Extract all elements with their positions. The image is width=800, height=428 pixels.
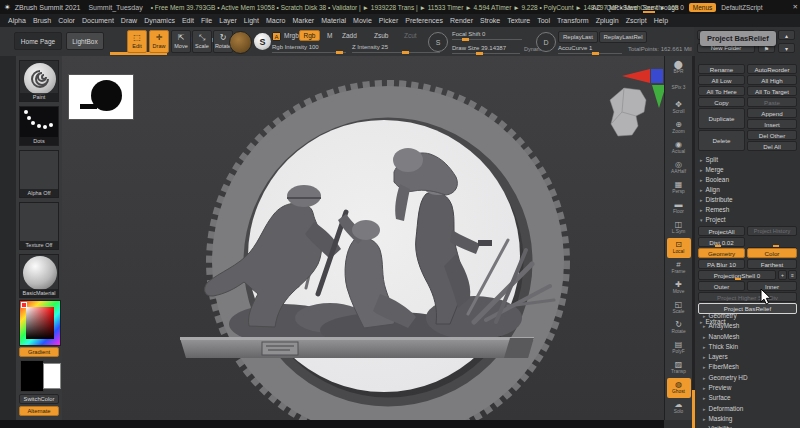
alternate-button[interactable]: Alternate <box>19 406 59 416</box>
switch-color-button[interactable]: SwitchColor <box>19 394 59 404</box>
m-toggle[interactable]: M <box>327 32 332 39</box>
focal-shift-slider[interactable]: Focal Shift 0 <box>452 31 522 37</box>
menu-item[interactable]: Document <box>82 17 114 24</box>
lsym-button[interactable]: ◫ L.Sym <box>667 218 691 238</box>
lightbox-button[interactable]: LightBox <box>66 32 104 50</box>
dist-slider[interactable]: Dist 0.02 <box>698 237 745 247</box>
a-toggle[interactable]: A <box>272 32 281 41</box>
palette-header[interactable]: Masking <box>703 414 748 424</box>
menu-item[interactable]: Help <box>654 17 668 24</box>
section-header[interactable]: Align <box>700 185 733 195</box>
all-low-button[interactable]: All Low <box>698 75 745 85</box>
document-canvas[interactable] <box>62 56 665 420</box>
shell-plus-icon[interactable]: + <box>778 270 787 280</box>
menu-item[interactable]: Zscript <box>626 17 647 24</box>
move3d-button[interactable]: ✚ Move <box>667 278 691 298</box>
current-stroke-thumbnail[interactable]: Dots <box>19 106 59 146</box>
sculptris-icon[interactable]: S <box>254 33 271 50</box>
pa-blur-slider[interactable]: PA Blur 10 <box>698 259 745 269</box>
see-through-slider[interactable]: See-through 0 <box>643 4 684 11</box>
palette-header[interactable]: NanoMesh <box>703 332 748 342</box>
geometry-toggle[interactable]: Geometry <box>698 248 745 258</box>
bpr-button[interactable]: ⬤ BPR <box>667 58 691 78</box>
main-color-swatch[interactable] <box>20 360 44 392</box>
menu-item[interactable]: Movie <box>353 17 372 24</box>
menu-item[interactable]: Light <box>244 17 259 24</box>
menu-item[interactable]: Brush <box>33 17 51 24</box>
solo-button[interactable]: ☁ Solo <box>667 398 691 418</box>
draw-size-slider[interactable]: Draw Size 39.14387 <box>452 45 520 51</box>
z-intensity-slider[interactable]: Z Intensity 25 <box>352 44 440 50</box>
menu-item[interactable]: Material <box>321 17 346 24</box>
move-mode-button[interactable]: ⇱ Move <box>171 30 191 53</box>
draw-mode-button[interactable]: ✛ Draw <box>149 30 169 53</box>
menus-button[interactable]: Menus <box>689 3 717 12</box>
palette-header[interactable]: Geometry <box>703 311 748 321</box>
quicksave-button[interactable]: QuickSave <box>606 4 637 11</box>
color-toggle[interactable]: Color <box>747 248 797 258</box>
home-page-button[interactable]: Home Page <box>14 32 62 50</box>
menu-item[interactable]: Texture <box>507 17 530 24</box>
zadd-toggle[interactable]: Zadd <box>342 32 357 39</box>
move-down-icon[interactable]: ▾ <box>778 43 795 53</box>
palette-header[interactable]: Geometry HD <box>703 373 748 383</box>
duplicate-button[interactable]: Duplicate <box>698 108 745 129</box>
close-icon[interactable]: ✕ <box>793 3 798 11</box>
farthest-toggle[interactable]: Farthest <box>747 259 797 269</box>
menu-item[interactable]: Edit <box>182 17 194 24</box>
palette-header[interactable]: Thick Skin <box>703 342 748 352</box>
menu-item[interactable]: Alpha <box>8 17 26 24</box>
local-button[interactable]: ⊡ Local <box>667 238 691 258</box>
outer-toggle[interactable]: Outer <box>698 281 745 291</box>
insert-button[interactable]: Insert <box>747 119 797 129</box>
current-brush-icon[interactable] <box>229 31 252 54</box>
menu-item[interactable]: Draw <box>121 17 137 24</box>
del-other-button[interactable]: Del Other <box>747 130 797 140</box>
menu-item[interactable]: Tool <box>537 17 550 24</box>
replay-last-rel-button[interactable]: ReplayLastRel <box>599 31 647 43</box>
frame-button[interactable]: # Frame <box>667 258 691 278</box>
actual-button[interactable]: ◉ Actual <box>667 138 691 158</box>
gradient-button[interactable]: Gradient <box>19 347 59 357</box>
aahalf-button[interactable]: ◎ AAHalf <box>667 158 691 178</box>
palette-header[interactable]: Layers <box>703 352 748 362</box>
edit-mode-button[interactable]: ⬚ Edit <box>127 30 147 53</box>
section-header[interactable]: Merge <box>700 165 733 175</box>
move-up-icon[interactable]: ▴ <box>778 30 795 40</box>
section-header[interactable]: Boolean <box>700 175 733 185</box>
rename-button[interactable]: Rename <box>698 64 745 74</box>
project-section-header[interactable]: Project <box>700 216 725 223</box>
current-material-thumbnail[interactable]: BasicMaterial <box>19 254 59 298</box>
inner-toggle[interactable]: Inner <box>747 281 797 291</box>
menu-item[interactable]: Stroke <box>480 17 500 24</box>
shell-list-icon[interactable]: ≡ <box>788 270 797 280</box>
menu-item[interactable]: Macro <box>266 17 285 24</box>
menu-item[interactable]: Layer <box>219 17 237 24</box>
append-button[interactable]: Append <box>747 108 797 118</box>
current-brush-thumbnail[interactable]: Paint <box>19 60 59 102</box>
menu-item[interactable]: File <box>201 17 212 24</box>
palette-header[interactable]: FiberMesh <box>703 362 748 372</box>
menu-item[interactable]: Render <box>450 17 473 24</box>
rotate3d-button[interactable]: ↻ Rotate <box>667 318 691 338</box>
persp-button[interactable]: ▦ Persp <box>667 178 691 198</box>
accucurve-slider[interactable]: AccuCurve 1 <box>558 45 622 51</box>
floor-button[interactable]: ▬ Floor <box>667 198 691 218</box>
delete-button[interactable]: Delete <box>698 130 745 151</box>
section-header[interactable]: Distribute <box>700 195 733 205</box>
polyf-button[interactable]: ▤ PolyF <box>667 338 691 358</box>
color-picker[interactable] <box>19 300 61 346</box>
mrgb-toggle[interactable]: Mrgb <box>284 32 299 39</box>
all-to-target-button[interactable]: All To Target <box>747 86 797 96</box>
palette-header[interactable]: Deformation <box>703 404 748 414</box>
project-all-button[interactable]: ProjectAll <box>698 226 745 236</box>
scale3d-button[interactable]: ◱ Scale <box>667 298 691 318</box>
all-to-here-button[interactable]: All To Here <box>698 86 745 96</box>
scroll-button[interactable]: ✥ Scroll <box>667 98 691 118</box>
menu-item[interactable]: Zplugin <box>596 17 619 24</box>
transp-button[interactable]: ▨ Transp <box>667 358 691 378</box>
palette-header[interactable]: Surface <box>703 393 748 403</box>
palette-header[interactable]: Visibility <box>703 424 748 428</box>
current-texture-thumbnail[interactable]: Texture Off <box>19 202 59 250</box>
palette-header[interactable]: ArrayMesh <box>703 321 748 331</box>
